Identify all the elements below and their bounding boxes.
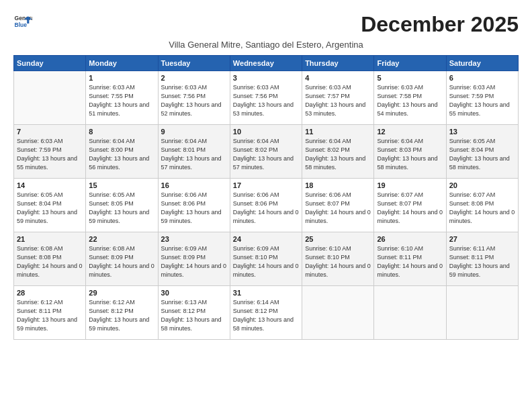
day-detail: Sunrise: 6:03 AM Sunset: 7:59 PM Dayligh… [449, 83, 515, 118]
weekday-header-monday: Monday [86, 56, 158, 71]
day-detail: Sunrise: 6:06 AM Sunset: 8:06 PM Dayligh… [161, 191, 227, 226]
weekday-header-saturday: Saturday [446, 56, 518, 71]
day-detail: Sunrise: 6:04 AM Sunset: 8:03 PM Dayligh… [377, 137, 443, 172]
calendar-cell: 7Sunrise: 6:03 AM Sunset: 7:59 PM Daylig… [14, 125, 86, 179]
calendar-cell: 1Sunrise: 6:03 AM Sunset: 7:55 PM Daylig… [86, 71, 158, 125]
day-detail: Sunrise: 6:08 AM Sunset: 8:08 PM Dayligh… [17, 244, 83, 279]
day-detail: Sunrise: 6:05 AM Sunset: 8:05 PM Dayligh… [89, 191, 154, 226]
day-number: 7 [17, 128, 83, 136]
day-number: 13 [449, 128, 515, 136]
day-number: 6 [449, 74, 515, 82]
calendar-cell: 23Sunrise: 6:09 AM Sunset: 8:09 PM Dayli… [158, 232, 230, 286]
day-detail: Sunrise: 6:08 AM Sunset: 8:09 PM Dayligh… [89, 244, 154, 279]
day-detail: Sunrise: 6:07 AM Sunset: 8:07 PM Dayligh… [377, 191, 443, 226]
calendar-cell [14, 71, 86, 125]
day-number: 23 [161, 235, 227, 243]
day-detail: Sunrise: 6:04 AM Sunset: 8:02 PM Dayligh… [305, 137, 371, 172]
day-number: 9 [161, 128, 227, 136]
calendar-cell: 16Sunrise: 6:06 AM Sunset: 8:06 PM Dayli… [158, 179, 230, 232]
day-number: 16 [161, 181, 227, 189]
weekday-header-wednesday: Wednesday [230, 56, 302, 71]
day-number: 15 [89, 181, 154, 189]
calendar-cell: 15Sunrise: 6:05 AM Sunset: 8:05 PM Dayli… [86, 179, 158, 232]
day-number: 22 [89, 235, 154, 243]
day-number: 8 [89, 128, 154, 136]
calendar-cell: 3Sunrise: 6:03 AM Sunset: 7:56 PM Daylig… [230, 71, 302, 125]
calendar-cell: 17Sunrise: 6:06 AM Sunset: 8:06 PM Dayli… [230, 179, 302, 232]
day-number: 10 [233, 128, 299, 136]
weekday-header-thursday: Thursday [302, 56, 374, 71]
calendar-cell: 2Sunrise: 6:03 AM Sunset: 7:56 PM Daylig… [158, 71, 230, 125]
calendar-cell [446, 286, 518, 340]
day-detail: Sunrise: 6:14 AM Sunset: 8:12 PM Dayligh… [233, 298, 299, 333]
day-number: 3 [233, 74, 299, 82]
day-number: 5 [377, 74, 443, 82]
calendar-cell: 25Sunrise: 6:10 AM Sunset: 8:10 PM Dayli… [302, 232, 374, 286]
calendar-cell [302, 286, 374, 340]
day-number: 29 [89, 289, 154, 297]
calendar-cell: 24Sunrise: 6:09 AM Sunset: 8:10 PM Dayli… [230, 232, 302, 286]
calendar-cell: 31Sunrise: 6:14 AM Sunset: 8:12 PM Dayli… [230, 286, 302, 340]
day-detail: Sunrise: 6:13 AM Sunset: 8:12 PM Dayligh… [161, 298, 227, 333]
day-number: 1 [89, 74, 154, 82]
day-detail: Sunrise: 6:12 AM Sunset: 8:11 PM Dayligh… [17, 298, 83, 333]
calendar-cell: 19Sunrise: 6:07 AM Sunset: 8:07 PM Dayli… [374, 179, 446, 232]
day-detail: Sunrise: 6:03 AM Sunset: 7:57 PM Dayligh… [305, 83, 371, 118]
day-detail: Sunrise: 6:04 AM Sunset: 8:01 PM Dayligh… [161, 137, 227, 172]
day-detail: Sunrise: 6:12 AM Sunset: 8:12 PM Dayligh… [89, 298, 154, 333]
day-number: 25 [305, 235, 371, 243]
day-detail: Sunrise: 6:07 AM Sunset: 8:08 PM Dayligh… [449, 191, 515, 226]
day-detail: Sunrise: 6:04 AM Sunset: 8:02 PM Dayligh… [233, 137, 299, 172]
logo: General Blue [13, 12, 32, 31]
day-detail: Sunrise: 6:03 AM Sunset: 7:58 PM Dayligh… [377, 83, 443, 118]
weekday-header-sunday: Sunday [14, 56, 86, 71]
day-number: 17 [233, 181, 299, 189]
calendar-cell: 11Sunrise: 6:04 AM Sunset: 8:02 PM Dayli… [302, 125, 374, 179]
day-number: 21 [17, 235, 83, 243]
day-detail: Sunrise: 6:04 AM Sunset: 8:00 PM Dayligh… [89, 137, 154, 172]
day-number: 27 [449, 235, 515, 243]
day-detail: Sunrise: 6:03 AM Sunset: 7:59 PM Dayligh… [17, 137, 83, 172]
day-detail: Sunrise: 6:10 AM Sunset: 8:11 PM Dayligh… [377, 244, 443, 279]
month-title: December 2025 [361, 12, 519, 37]
calendar-cell: 21Sunrise: 6:08 AM Sunset: 8:08 PM Dayli… [14, 232, 86, 286]
day-detail: Sunrise: 6:11 AM Sunset: 8:11 PM Dayligh… [449, 244, 515, 279]
day-number: 26 [377, 235, 443, 243]
weekday-header-friday: Friday [374, 56, 446, 71]
calendar-cell: 30Sunrise: 6:13 AM Sunset: 8:12 PM Dayli… [158, 286, 230, 340]
calendar-cell: 28Sunrise: 6:12 AM Sunset: 8:11 PM Dayli… [14, 286, 86, 340]
calendar-cell: 8Sunrise: 6:04 AM Sunset: 8:00 PM Daylig… [86, 125, 158, 179]
calendar-cell: 13Sunrise: 6:05 AM Sunset: 8:04 PM Dayli… [446, 125, 518, 179]
day-number: 30 [161, 289, 227, 297]
day-number: 28 [17, 289, 83, 297]
day-detail: Sunrise: 6:06 AM Sunset: 8:07 PM Dayligh… [305, 191, 371, 226]
calendar-cell: 18Sunrise: 6:06 AM Sunset: 8:07 PM Dayli… [302, 179, 374, 232]
day-number: 24 [233, 235, 299, 243]
day-number: 20 [449, 181, 515, 189]
calendar-cell: 9Sunrise: 6:04 AM Sunset: 8:01 PM Daylig… [158, 125, 230, 179]
day-number: 12 [377, 128, 443, 136]
svg-text:Blue: Blue [15, 21, 28, 28]
day-detail: Sunrise: 6:06 AM Sunset: 8:06 PM Dayligh… [233, 191, 299, 226]
calendar-cell: 22Sunrise: 6:08 AM Sunset: 8:09 PM Dayli… [86, 232, 158, 286]
day-detail: Sunrise: 6:03 AM Sunset: 7:56 PM Dayligh… [161, 83, 227, 118]
day-detail: Sunrise: 6:10 AM Sunset: 8:10 PM Dayligh… [305, 244, 371, 279]
day-detail: Sunrise: 6:09 AM Sunset: 8:09 PM Dayligh… [161, 244, 227, 279]
day-number: 14 [17, 181, 83, 189]
calendar-cell: 26Sunrise: 6:10 AM Sunset: 8:11 PM Dayli… [374, 232, 446, 286]
day-detail: Sunrise: 6:05 AM Sunset: 8:04 PM Dayligh… [449, 137, 515, 172]
day-number: 19 [377, 181, 443, 189]
day-detail: Sunrise: 6:03 AM Sunset: 7:55 PM Dayligh… [89, 83, 154, 118]
calendar-cell: 14Sunrise: 6:05 AM Sunset: 8:04 PM Dayli… [14, 179, 86, 232]
day-detail: Sunrise: 6:03 AM Sunset: 7:56 PM Dayligh… [233, 83, 299, 118]
calendar-cell: 12Sunrise: 6:04 AM Sunset: 8:03 PM Dayli… [374, 125, 446, 179]
day-number: 2 [161, 74, 227, 82]
calendar-cell [374, 286, 446, 340]
page-subtitle: Villa General Mitre, Santiago del Estero… [13, 40, 519, 50]
calendar-cell: 5Sunrise: 6:03 AM Sunset: 7:58 PM Daylig… [374, 71, 446, 125]
day-detail: Sunrise: 6:05 AM Sunset: 8:04 PM Dayligh… [17, 191, 83, 226]
calendar-cell: 20Sunrise: 6:07 AM Sunset: 8:08 PM Dayli… [446, 179, 518, 232]
day-number: 31 [233, 289, 299, 297]
calendar-cell: 10Sunrise: 6:04 AM Sunset: 8:02 PM Dayli… [230, 125, 302, 179]
day-number: 11 [305, 128, 371, 136]
